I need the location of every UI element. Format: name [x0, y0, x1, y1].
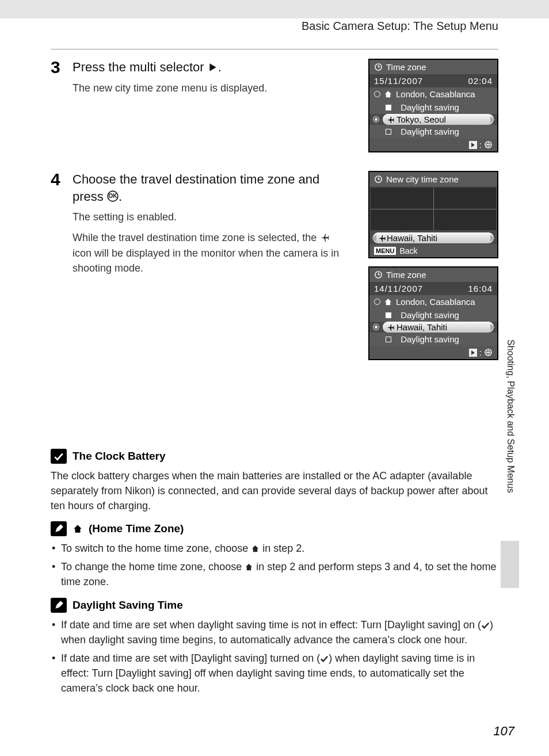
- chevron-right-icon: [490, 235, 495, 242]
- notes-section: The Clock Battery The clock battery char…: [51, 449, 498, 696]
- step-4: 4 Choose the travel destination time zon…: [51, 171, 498, 368]
- step-3-heading: Press the multi selector .: [73, 59, 349, 76]
- globe-icon: [484, 348, 493, 357]
- pencil-badge-icon: [51, 521, 67, 536]
- clock-icon: [374, 63, 383, 71]
- plane-icon: [386, 323, 395, 331]
- check-badge-icon: [51, 449, 67, 464]
- chevron-right-icon: [490, 324, 495, 331]
- play-button-icon: [469, 141, 477, 149]
- clock-icon: [374, 270, 383, 279]
- lcd-map-selected: Hawaii, Tahiti: [373, 232, 494, 243]
- chevron-right-icon: [490, 116, 495, 123]
- note-dst-bullet-1: If date and time are set when daylight s…: [51, 617, 498, 647]
- step-3-number: 3: [51, 59, 73, 161]
- lcd1-selected-row: Tokyo, Seoul: [383, 114, 494, 125]
- note-clock-title: The Clock Battery: [73, 450, 166, 463]
- step-4-body2: While the travel destination time zone i…: [73, 230, 349, 275]
- lcd2-title: Time zone: [386, 270, 426, 280]
- home-icon: [384, 90, 392, 98]
- world-map-graphic: [371, 188, 496, 230]
- home-icon: [245, 563, 253, 571]
- radio-dest-on-icon: [373, 324, 379, 330]
- home-icon: [384, 297, 392, 306]
- checkbox-on-icon: [386, 312, 391, 318]
- side-tab-label: Shooting, Playback and Setup Menus: [505, 339, 516, 535]
- page: Basic Camera Setup: The Setup Menu 3 Pre…: [0, 18, 549, 756]
- note-clock-body: The clock battery charges when the main …: [51, 468, 498, 513]
- lcd1-date: 15/11/2007: [374, 76, 423, 86]
- lcd-map-dest: Hawaii, Tahiti: [387, 233, 437, 243]
- page-number: 107: [493, 724, 514, 739]
- menu-label-icon: MENU: [374, 247, 396, 255]
- lcd1-home: London, Casablanca: [396, 89, 475, 99]
- chevron-left-icon: [372, 235, 376, 242]
- lcd-map-back: Back: [399, 246, 417, 255]
- lcd-timezone-1: Time zone 15/11/200702:04 London, Casabl…: [368, 59, 498, 152]
- radio-home-icon: [374, 91, 380, 97]
- checkbox-off-icon: [386, 337, 391, 342]
- lcd2-home-ds: Daylight saving: [401, 310, 459, 320]
- play-button-icon: [469, 349, 477, 357]
- rule-top: [51, 49, 498, 49]
- step-3: 3 Press the multi selector . The new cit…: [51, 59, 498, 161]
- lcd1-dest: Tokyo, Seoul: [396, 114, 446, 124]
- note-home-title: (Home Time Zone): [89, 522, 184, 535]
- lcd-newcity: New city time zone Hawaii, Tahiti MENUBa…: [368, 171, 498, 258]
- step-4-heading: Choose the travel destination time zone …: [73, 171, 349, 205]
- checkbox-off-icon: [386, 129, 391, 135]
- note-home-bullet-1: To switch to the home time zone, choose …: [51, 541, 498, 556]
- running-head: Basic Camera Setup: The Setup Menu: [51, 18, 498, 49]
- check-icon: [320, 654, 329, 663]
- ok-button-icon: [107, 190, 119, 202]
- radio-dest-on-icon: [373, 116, 379, 123]
- home-icon: [251, 544, 260, 553]
- note-dst-bullet-2: If date and time are set with [Daylight …: [51, 651, 498, 696]
- note-dst-title: Daylight Saving Time: [73, 599, 183, 612]
- lcd-map-title: New city time zone: [386, 174, 459, 184]
- lcd1-dest-ds: Daylight saving: [401, 127, 459, 136]
- lcd2-time: 16:04: [468, 284, 493, 293]
- plane-icon: [319, 232, 330, 242]
- lcd2-dest-ds: Daylight saving: [401, 334, 459, 344]
- plane-icon: [378, 234, 386, 242]
- step-4-number: 4: [51, 171, 73, 368]
- lcd2-date: 14/11/2007: [374, 284, 423, 293]
- right-arrow-icon: [208, 62, 218, 72]
- clock-icon: [374, 175, 383, 184]
- note-clock-head: The Clock Battery: [51, 449, 498, 464]
- thumb-index-tab: [501, 541, 519, 588]
- lcd1-time: 02:04: [468, 76, 493, 86]
- note-home-bullet-2: To change the home time zone, choose in …: [51, 559, 498, 589]
- lcd-timezone-2: Time zone 14/11/200716:04 London, Casabl…: [368, 266, 498, 360]
- note-dst-head: Daylight Saving Time: [51, 598, 498, 613]
- pencil-badge-icon: [51, 598, 67, 613]
- plane-icon: [386, 115, 395, 124]
- lcd2-home: London, Casablanca: [396, 297, 475, 307]
- step-4-body1: The setting is enabled.: [73, 209, 349, 224]
- lcd2-dest: Hawaii, Tahiti: [396, 322, 447, 332]
- globe-icon: [484, 140, 493, 149]
- lcd2-selected-row: Hawaii, Tahiti: [383, 322, 494, 333]
- radio-home-icon: [374, 299, 380, 305]
- checkbox-on-icon: [386, 105, 391, 110]
- note-home-head: (Home Time Zone): [51, 521, 498, 536]
- lcd1-home-ds: Daylight saving: [401, 102, 459, 112]
- lcd1-title: Time zone: [386, 62, 426, 72]
- check-icon: [481, 621, 490, 629]
- home-icon: [73, 524, 83, 534]
- step-3-body: The new city time zone menu is displayed…: [73, 81, 349, 96]
